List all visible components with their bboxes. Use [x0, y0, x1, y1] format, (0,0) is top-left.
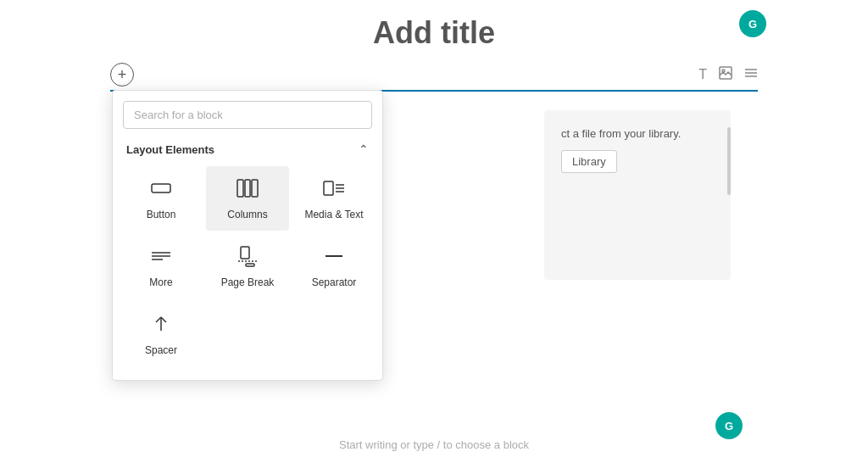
- columns-icon: [236, 176, 259, 204]
- block-item-separator[interactable]: Separator: [292, 234, 376, 298]
- list-icon[interactable]: [744, 66, 758, 83]
- block-item-more[interactable]: More: [120, 234, 203, 298]
- page-title[interactable]: Add title: [0, 15, 868, 51]
- block-item-media-text[interactable]: Media & Text: [292, 166, 376, 231]
- button-icon: [149, 176, 173, 204]
- columns-label: Columns: [227, 209, 267, 220]
- avatar-letter: G: [748, 18, 757, 31]
- avatar-letter-bottom: G: [725, 420, 733, 432]
- library-button[interactable]: Library: [561, 150, 617, 173]
- right-content-text: ct a file from your library.: [561, 127, 714, 140]
- search-input[interactable]: [123, 101, 372, 129]
- svg-rect-5: [152, 184, 170, 192]
- svg-rect-9: [324, 181, 333, 195]
- button-label: Button: [147, 209, 176, 220]
- editor-area: + T: [103, 59, 765, 92]
- text-icon[interactable]: T: [698, 67, 707, 82]
- block-item-button[interactable]: Button: [120, 166, 203, 231]
- section-title: Layout Elements: [126, 143, 214, 156]
- block-inserter-panel: Layout Elements ⌃ Button: [112, 90, 383, 381]
- section-header: Layout Elements ⌃: [113, 136, 382, 166]
- search-container: [113, 91, 382, 136]
- block-item-page-break[interactable]: Page Break: [206, 234, 289, 298]
- page-break-label: Page Break: [221, 276, 275, 288]
- separator-icon: [322, 244, 346, 271]
- svg-rect-6: [237, 180, 243, 197]
- blocks-grid: Button Columns: [113, 166, 382, 366]
- collapse-icon[interactable]: ⌃: [359, 142, 369, 156]
- svg-rect-8: [252, 180, 258, 197]
- page-title-container: Add title: [0, 0, 868, 59]
- plus-icon: +: [118, 67, 127, 82]
- toolbar-icons: T: [698, 66, 758, 83]
- bottom-hint: Start writing or type / to choose a bloc…: [0, 438, 868, 451]
- scrollbar[interactable]: [727, 127, 731, 195]
- add-block-button[interactable]: +: [110, 63, 134, 86]
- block-item-spacer[interactable]: Spacer: [120, 302, 203, 366]
- media-text-icon: [322, 176, 346, 204]
- page-wrapper: G Add title + T: [0, 0, 868, 463]
- more-label: More: [149, 276, 172, 288]
- svg-line-21: [156, 317, 161, 322]
- right-content-panel: ct a file from your library. Library: [544, 110, 731, 280]
- svg-rect-7: [245, 180, 250, 197]
- spacer-label: Spacer: [145, 344, 177, 356]
- media-text-label: Media & Text: [304, 209, 363, 220]
- avatar-bottom-right: G: [715, 412, 743, 439]
- svg-rect-18: [246, 264, 254, 266]
- more-icon: [149, 244, 173, 271]
- svg-line-20: [161, 317, 166, 322]
- separator-label: Separator: [312, 276, 357, 288]
- image-icon[interactable]: [719, 66, 732, 83]
- block-item-columns[interactable]: Columns: [206, 166, 289, 231]
- avatar-top-right: G: [739, 10, 766, 37]
- page-break-icon: [236, 244, 259, 271]
- spacer-icon: [149, 312, 173, 339]
- svg-rect-16: [241, 247, 249, 259]
- toolbar-row: + T: [103, 59, 765, 90]
